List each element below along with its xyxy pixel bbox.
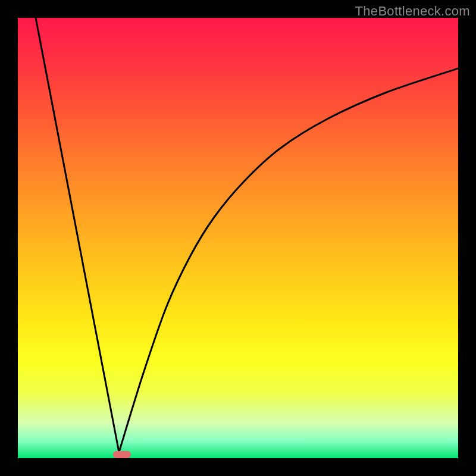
watermark-text: TheBottleneck.com — [355, 4, 470, 19]
chart-container: TheBottleneck.com — [0, 0, 476, 476]
bottleneck-curve — [36, 18, 458, 452]
bottleneck-marker — [113, 451, 131, 458]
plot-area — [18, 18, 458, 458]
curve-svg — [18, 18, 458, 458]
